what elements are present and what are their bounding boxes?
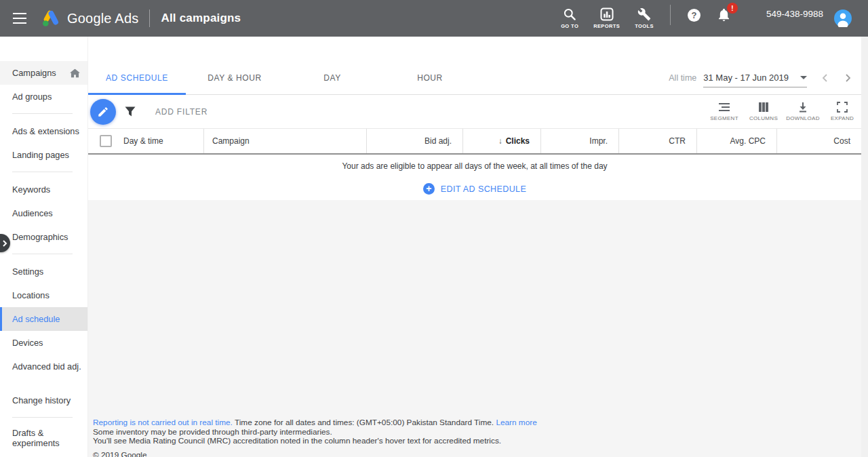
add-filter-button[interactable]: ADD FILTER — [155, 107, 208, 117]
sidebar-item-ad-schedule[interactable]: Ad schedule — [0, 307, 87, 331]
sidebar-divider — [12, 172, 73, 172]
sidebar-item-label: Demographics — [12, 232, 68, 242]
segment-button[interactable]: SEGMENT — [707, 102, 742, 121]
column-label: Day & time — [123, 136, 163, 146]
go-to-button[interactable]: GO TO — [561, 7, 578, 29]
page-footer: Reporting is not carried out in real tim… — [93, 418, 537, 457]
topbar-actions: GO TO REPORTS TOOLS ? — [553, 5, 852, 32]
sidebar-item-label: Advanced bid adj. — [12, 361, 81, 372]
column-label: Impr. — [589, 136, 608, 146]
tools-button[interactable]: TOOLS — [635, 7, 654, 29]
date-range-controls: All time 31 May - 17 Jun 2019 — [669, 61, 861, 94]
copyright: © 2019 Google — [93, 451, 537, 457]
topbar-divider — [670, 5, 671, 25]
sort-descending-icon: ↓ — [498, 136, 502, 146]
date-range-picker[interactable]: 31 May - 17 Jun 2019 — [703, 68, 807, 87]
column-header-campaign[interactable]: Campaign — [203, 129, 366, 153]
avatar[interactable] — [834, 9, 852, 27]
sidebar-item-locations[interactable]: Locations — [0, 283, 87, 307]
topbar-divider — [149, 9, 150, 27]
main-content: AD SCHEDULE DAY & HOUR DAY HOUR All time… — [88, 37, 861, 457]
next-period-button[interactable] — [844, 73, 852, 83]
sidebar-item-label: Keywords — [12, 184, 50, 195]
column-header-bid-adj[interactable]: Bid adj. — [366, 129, 462, 153]
select-all-checkbox[interactable] — [100, 135, 112, 147]
sidebar-spacer — [0, 378, 87, 389]
footer-line-2: Some inventory may be provided through t… — [93, 428, 537, 437]
wrench-icon — [637, 7, 651, 21]
previous-period-button[interactable] — [821, 73, 829, 83]
sidebar-item-ads-extensions[interactable]: Ads & extensions — [0, 119, 87, 143]
sidebar-item-ad-groups[interactable]: Ad groups — [0, 85, 87, 108]
content-background: Reporting is not carried out in real tim… — [88, 200, 861, 457]
expand-button[interactable]: EXPAND — [825, 102, 860, 121]
home-icon[interactable] — [70, 68, 80, 77]
sidebar-item-label: Campaigns — [12, 68, 56, 78]
sidebar-item-label: Audiences — [12, 208, 53, 218]
product-name: Google Ads — [67, 11, 138, 26]
column-header-day-time[interactable]: Day & time — [115, 129, 203, 153]
segment-label: SEGMENT — [710, 115, 738, 121]
plus-circle-icon: + — [423, 183, 435, 195]
reporting-delay-link[interactable]: Reporting is not carried out in real tim… — [93, 418, 233, 427]
tab-day[interactable]: DAY — [283, 61, 381, 94]
sidebar-item-campaigns[interactable]: Campaigns — [0, 61, 87, 85]
notifications-button[interactable]: ! — [717, 7, 731, 22]
content-spacer — [88, 37, 861, 61]
sidebar-item-label: Change history — [12, 395, 71, 405]
sidebar-item-keywords[interactable]: Keywords — [0, 178, 87, 201]
sidebar-item-landing-pages[interactable]: Landing pages — [0, 143, 87, 167]
tab-label: DAY & HOUR — [208, 73, 262, 83]
column-label: CTR — [669, 136, 686, 146]
sidebar-item-demographics[interactable]: Demographics — [0, 225, 87, 249]
sidebar-item-label: Drafts & experiments — [12, 428, 68, 448]
chevron-right-icon — [844, 73, 852, 83]
column-header-avg-cpc[interactable]: Avg. CPC — [696, 129, 776, 153]
tab-day-and-hour[interactable]: DAY & HOUR — [186, 61, 283, 94]
scrollbar-track[interactable] — [861, 37, 868, 457]
column-label: Bid adj. — [425, 136, 452, 146]
download-button[interactable]: DOWNLOAD — [785, 102, 821, 121]
sidebar-spacer — [0, 37, 87, 61]
tab-label: AD SCHEDULE — [106, 73, 168, 83]
go-to-label: GO TO — [561, 23, 578, 29]
column-header-ctr[interactable]: CTR — [618, 129, 696, 153]
sidebar-divider — [12, 417, 73, 418]
expand-label: EXPAND — [831, 115, 854, 121]
sidebar-item-label: Locations — [12, 290, 50, 300]
column-header-cost[interactable]: Cost — [776, 129, 861, 153]
sidebar-item-label: Landing pages — [12, 150, 69, 160]
reports-button[interactable]: REPORTS — [593, 7, 620, 29]
column-label: Campaign — [212, 136, 250, 146]
sidebar-item-settings[interactable]: Settings — [0, 260, 87, 283]
column-label: Avg. CPC — [730, 136, 766, 146]
tab-label: HOUR — [417, 73, 443, 83]
column-header-clicks[interactable]: ↓ Clicks — [462, 129, 540, 153]
footer-line-3: You'll see Media Rating Council (MRC) ac… — [93, 437, 537, 446]
edit-ad-schedule-label: EDIT AD SCHEDULE — [441, 184, 526, 194]
edit-ad-schedule-button[interactable]: + EDIT AD SCHEDULE — [88, 178, 861, 200]
menu-icon[interactable] — [12, 12, 27, 24]
filter-funnel-icon[interactable] — [125, 106, 136, 117]
help-button[interactable]: ? — [688, 9, 701, 22]
column-header-impr[interactable]: Impr. — [540, 129, 618, 153]
pencil-icon — [97, 106, 109, 118]
columns-button[interactable]: COLUMNS — [746, 102, 781, 121]
sidebar-nav: Campaigns Ad groups Ads & extensions Lan… — [0, 37, 88, 457]
expand-icon — [837, 102, 848, 113]
sidebar-item-drafts-experiments[interactable]: Drafts & experiments — [0, 423, 87, 457]
column-label: Cost — [833, 136, 850, 146]
sidebar-item-devices[interactable]: Devices — [0, 331, 87, 355]
learn-more-link[interactable]: Learn more — [496, 418, 536, 427]
google-ads-logo: Google Ads — [41, 9, 138, 28]
tab-ad-schedule[interactable]: AD SCHEDULE — [88, 61, 186, 94]
reports-icon — [600, 7, 614, 21]
tab-label: DAY — [323, 73, 341, 83]
sidebar-item-advanced-bid-adj[interactable]: Advanced bid adj. — [0, 355, 87, 378]
date-range-preset[interactable]: All time — [669, 73, 696, 83]
edit-fab-button[interactable] — [90, 99, 116, 125]
sidebar-item-audiences[interactable]: Audiences — [0, 201, 87, 225]
chevron-right-icon — [1, 240, 8, 247]
tab-hour[interactable]: HOUR — [381, 61, 479, 94]
sidebar-item-change-history[interactable]: Change history — [0, 389, 87, 412]
